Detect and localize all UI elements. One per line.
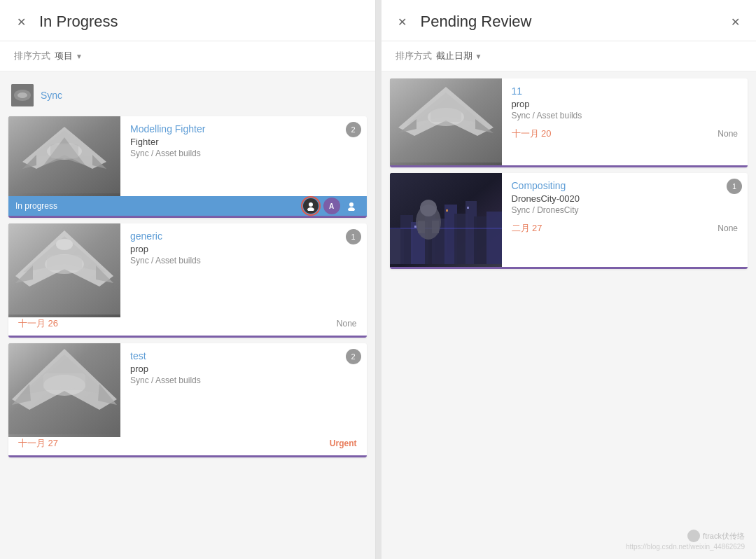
pr-card-info-1: 11 prop Sync / Asset builds 十一月 20 None <box>502 78 748 165</box>
pending-review-title: Pending Review <box>421 13 729 31</box>
pr-drones-svg <box>390 173 502 264</box>
pr-card-title-2: Compositing <box>512 180 738 191</box>
card-11[interactable]: 11 prop Sync / Asset builds 十一月 20 None <box>390 78 748 167</box>
svg-rect-8 <box>50 144 78 158</box>
generic-thumbnail-svg <box>8 223 120 315</box>
avatar-blue-person <box>343 198 360 214</box>
close-in-progress-button[interactable]: ✕ <box>14 15 28 29</box>
card-info-1: Modelling Fighter Fighter Sync / Asset b… <box>120 116 367 196</box>
svg-rect-47 <box>486 212 502 264</box>
svg-point-11 <box>309 202 313 207</box>
pr-fighter-svg-1 <box>390 78 502 163</box>
card-main-1: Modelling Fighter Fighter Sync / Asset b… <box>8 116 367 196</box>
close-pending-review-button[interactable]: ✕ <box>396 15 410 29</box>
svg-point-2 <box>18 92 27 98</box>
svg-rect-27 <box>43 373 85 390</box>
person-svg-1 <box>306 201 316 211</box>
card-modelling-fighter[interactable]: Modelling Fighter Fighter Sync / Asset b… <box>8 116 367 218</box>
svg-rect-19 <box>47 255 82 270</box>
avatar-a: A <box>323 198 340 214</box>
card-thumbnail-3 <box>8 343 120 437</box>
in-progress-header: ✕ In Progress <box>0 0 375 41</box>
avatar-group-1: A <box>301 196 360 216</box>
status-text-1: In progress <box>15 201 57 211</box>
card-info-2: generic prop Sync / Asset builds <box>120 223 367 317</box>
sort-project-dropdown[interactable]: 项目 ▼ <box>55 50 83 62</box>
svg-point-14 <box>348 207 355 211</box>
svg-rect-48 <box>390 228 502 229</box>
group-sync: Sync <box>8 78 367 112</box>
card-path-1: Sync / Asset builds <box>130 149 357 158</box>
pr-card-subtitle-2: DronesCity-0020 <box>512 193 738 204</box>
person-icon-1 <box>303 198 318 214</box>
column-pending-review: ✕ Pending Review ✕ 排序方式 截止日期 ▼ <box>382 0 757 559</box>
card-thumbnail-2 <box>8 223 120 317</box>
pr-card-subtitle-1: prop <box>512 99 738 109</box>
svg-rect-52 <box>467 207 469 209</box>
card-subtitle-2: prop <box>130 244 357 254</box>
pending-review-header: ✕ Pending Review ✕ <box>382 0 757 41</box>
pr-card-path-2: Sync / DronesCity <box>512 205 738 215</box>
person-svg-2 <box>346 201 356 211</box>
card-badge-2: 1 <box>346 229 361 244</box>
svg-point-54 <box>420 200 437 216</box>
card-compositing[interactable]: Compositing DronesCity-0020 Sync / Drone… <box>390 173 748 269</box>
close-right-button[interactable]: ✕ <box>728 15 742 29</box>
dropdown-arrow-icon-2: ▼ <box>475 53 482 60</box>
pr-card-thumbnail-2 <box>390 173 502 267</box>
card-info-3: test prop Sync / Asset builds <box>120 343 367 437</box>
main-container: ✕ In Progress 排序方式 项目 ▼ Sync <box>0 0 756 559</box>
sort-date-dropdown[interactable]: 截止日期 ▼ <box>436 50 482 62</box>
pr-card-badge-2: 1 <box>727 179 742 194</box>
card-path-2: Sync / Asset builds <box>130 256 357 265</box>
sort-label-2: 排序方式 <box>396 50 432 62</box>
avatar-outlined <box>301 196 321 216</box>
pr-card-title-1: 11 <box>512 85 738 97</box>
card-date-2: 十一月 26 <box>18 317 58 330</box>
svg-point-13 <box>349 202 354 207</box>
pr-card-date-1: 十一月 20 <box>512 127 552 140</box>
in-progress-title: In Progress <box>39 13 361 31</box>
card-footer-2: 十一月 26 None <box>8 317 367 336</box>
card-badge-3: 2 <box>346 349 361 364</box>
card-footer-3: 十一月 27 Urgent <box>8 437 367 455</box>
card-badge-1: 2 <box>346 122 361 137</box>
in-progress-content: Sync <box>0 71 375 559</box>
pr-card-path-1: Sync / Asset builds <box>512 111 738 120</box>
pr-card-main-1: 11 prop Sync / Asset builds 十一月 20 None <box>390 78 748 165</box>
pr-card-priority-2: None <box>718 223 738 233</box>
group-thumbnail <box>11 84 34 106</box>
svg-rect-51 <box>446 209 448 212</box>
card-thumbnail-1 <box>8 116 120 196</box>
group-sync-label: Sync <box>41 90 62 101</box>
pr-card-main-2: Compositing DronesCity-0020 Sync / Drone… <box>390 173 748 267</box>
status-bar-1: In progress A <box>8 196 367 216</box>
dropdown-arrow-icon: ▼ <box>76 53 83 60</box>
card-main-3: test prop Sync / Asset builds 2 <box>8 343 367 437</box>
card-generic[interactable]: generic prop Sync / Asset builds 1 十一月 2… <box>8 223 367 338</box>
card-main-2: generic prop Sync / Asset builds 1 <box>8 223 367 317</box>
card-subtitle-3: prop <box>130 364 357 374</box>
svg-rect-55 <box>418 221 425 233</box>
card-title-3: test <box>130 350 357 361</box>
card-date-3: 十一月 27 <box>18 437 58 450</box>
card-test[interactable]: test prop Sync / Asset builds 2 十一月 27 U… <box>8 343 367 457</box>
pr-card-priority-1: None <box>718 129 738 139</box>
column-in-progress: ✕ In Progress 排序方式 项目 ▼ Sync <box>0 0 376 559</box>
svg-point-22 <box>56 239 73 250</box>
card-title-1: Modelling Fighter <box>130 123 357 134</box>
pr-card-date-2: 二月 27 <box>512 222 542 235</box>
svg-rect-34 <box>430 108 461 122</box>
pending-review-content: 11 prop Sync / Asset builds 十一月 20 None <box>382 71 757 559</box>
svg-point-12 <box>307 207 314 211</box>
fighter-thumbnail-svg <box>8 116 120 193</box>
svg-rect-56 <box>432 221 439 233</box>
card-subtitle-1: Fighter <box>130 137 357 147</box>
card-priority-2: None <box>337 319 357 329</box>
pending-review-sort-bar: 排序方式 截止日期 ▼ <box>382 41 757 71</box>
test-thumbnail-svg <box>8 343 120 434</box>
sort-label-1: 排序方式 <box>14 50 50 62</box>
group-thumbnail-icon <box>11 84 34 106</box>
pr-card-thumbnail-1 <box>390 78 502 165</box>
pr-card-info-2: Compositing DronesCity-0020 Sync / Drone… <box>502 173 748 267</box>
